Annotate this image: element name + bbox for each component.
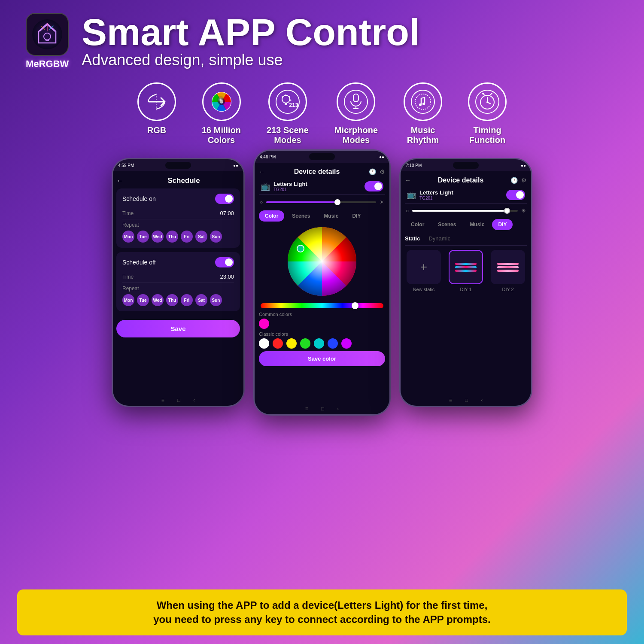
diy-card-new-static[interactable]: + [407,250,441,284]
feature-scenes: + 213 213 Scene Modes [267,82,309,145]
save-button[interactable]: Save [116,320,240,337]
phone-center-time: 4:46 PM [260,155,276,159]
day-thu-on[interactable]: Thu [166,231,178,243]
back-icon-r: ‹ [481,397,483,403]
swatch-red[interactable] [273,338,283,349]
svg-point-27 [422,103,425,105]
swatch-lime[interactable] [300,338,310,349]
device-power-toggle-right[interactable] [506,190,525,200]
time-off-row: Time 23:00 [122,271,234,283]
settings-icon-right: ⚙ [521,177,527,184]
day-thu-off[interactable]: Thu [166,294,178,306]
bottom-banner: When using the APP to add a device(Lette… [17,589,627,635]
device-sub-center: TG201 [273,187,361,192]
swatch-cyan[interactable] [314,338,324,349]
common-colors-row [259,319,385,329]
diy-card-2[interactable] [491,250,525,284]
feature-colors: 16 Million Colors [202,82,241,145]
day-fri-on[interactable]: Fri [181,231,193,243]
feature-microphone: Micrphone Modes [334,82,378,145]
center-tabs-row: Color Scenes Music DIY [259,210,385,222]
device-power-toggle[interactable] [365,181,383,191]
svg-point-33 [491,93,492,94]
menu-icon-c: ≡ [305,406,308,412]
colors-icon-circle [202,82,241,121]
feature-colors-label: 16 Million Colors [202,125,241,145]
schedule-off-toggle[interactable] [215,257,234,267]
back-arrow-icon[interactable]: ← [116,177,123,185]
swatch-white[interactable] [259,338,269,349]
dynamic-label[interactable]: Dynamic [428,235,450,242]
day-wed-on[interactable]: Wed [152,231,164,243]
swatch-blue[interactable] [328,338,338,349]
phone-left-time: 4:59 PM [118,163,134,168]
save-color-button[interactable]: Save color [259,351,385,366]
schedule-off-row: Schedule off [122,257,234,267]
hue-slider[interactable] [261,303,383,308]
day-sat-off[interactable]: Sat [195,294,207,306]
day-sun-on[interactable]: Sun [210,231,222,243]
time-on-label: Time [122,210,134,216]
music-icon-circle [404,82,442,121]
diy-2-label: DIY-2 [502,287,513,292]
tab-music-right[interactable]: Music [464,219,490,230]
phone-right-bottom: ≡ □ ‹ [401,394,531,406]
diy-grid: + New static DIY-1 [405,250,527,292]
phone-center-screen: ← Device details 🕐 ⚙ 📺 Letters Light TG2… [255,163,389,403]
repeat-off-label: Repeat [122,286,234,292]
title-section: Smart APP Control Advanced design, simpl… [82,13,618,69]
phone-right-time: 7:10 PM [406,163,422,168]
main-title: Smart APP Control [82,13,618,51]
day-wed-off[interactable]: Wed [152,294,164,306]
day-tue-off[interactable]: Tue [137,294,149,306]
schedule-off-label: Schedule off [122,259,156,266]
back-arrow-right[interactable]: ← [405,177,411,184]
day-sun-off[interactable]: Sun [210,294,222,306]
classic-swatches [259,338,385,349]
common-color-pink[interactable] [259,319,269,329]
day-mon-on[interactable]: Mon [122,231,134,243]
feature-scenes-label: 213 Scene Modes [267,125,309,145]
time-on-row: Time 07:00 [122,207,234,219]
day-fri-off[interactable]: Fri [181,294,193,306]
rgb-icon-circle [137,82,176,121]
day-tue-on[interactable]: Tue [137,231,149,243]
feature-microphone-label: Micrphone Modes [334,125,378,145]
tab-scenes-right[interactable]: Scenes [432,219,462,230]
diy-item-1: DIY-1 [447,250,485,292]
svg-line-15 [282,96,283,97]
diy-card-1[interactable] [449,250,483,284]
feature-timing-label: Timing Function [469,125,505,145]
phone-center: 4:46 PM ●● ← Device details 🕐 ⚙ 📺 Letter… [253,149,391,416]
tab-music[interactable]: Music [318,210,344,222]
tab-diy-right[interactable]: DIY [492,219,513,230]
phone-center-notch: 4:46 PM ●● [255,151,389,163]
diy-1-icon [453,260,479,274]
device-name-center: Letters Light [273,181,361,187]
tab-diy[interactable]: DIY [346,210,367,222]
back-arrow-center[interactable]: ← [259,168,265,175]
swatch-yellow[interactable] [286,338,297,349]
schedule-on-toggle[interactable] [215,194,234,204]
swatch-magenta[interactable] [341,338,352,349]
feature-rgb-label: RGB [147,125,166,135]
device-title-center: Device details [265,168,369,176]
feature-rgb: RGB [137,82,176,135]
day-mon-off[interactable]: Mon [122,294,134,306]
tab-scenes[interactable]: Scenes [286,210,316,222]
settings-icon: ⚙ [380,168,385,175]
diy-2-icon [495,260,521,274]
home-icon: □ [177,397,180,403]
tab-color[interactable]: Color [259,210,284,222]
svg-rect-21 [353,94,358,102]
tab-color-right[interactable]: Color [405,219,430,230]
device-name-right: Letters Light [419,189,503,196]
days-off-row: Mon Tue Wed Thu Fri Sat Sun [122,294,234,306]
device-icon-right: 📺 [407,190,416,200]
feature-music-label: Music Rhythm [407,125,439,145]
static-label[interactable]: Static [405,235,420,242]
brightness-slider[interactable] [266,201,376,203]
brightness-slider-right[interactable] [412,210,518,212]
day-sat-on[interactable]: Sat [195,231,207,243]
color-wheel-wrapper[interactable] [286,225,358,300]
